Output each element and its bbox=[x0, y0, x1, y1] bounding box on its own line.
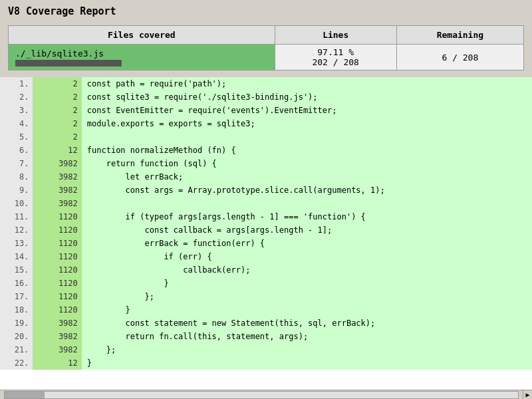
lines-cell: 97.11 %202 / 208 bbox=[275, 45, 396, 70]
code-content: } bbox=[82, 303, 532, 317]
line-number: 12. bbox=[0, 223, 33, 237]
code-line-row: 9.3982 const args = Array.prototype.slic… bbox=[0, 184, 532, 197]
code-content: } bbox=[82, 356, 532, 370]
code-line-row: 8.3982 let errBack; bbox=[0, 170, 532, 184]
hit-count: 3982 bbox=[33, 197, 82, 210]
code-line-row: 5.2 bbox=[0, 130, 532, 144]
hit-count: 1120 bbox=[33, 290, 82, 303]
hit-count: 1120 bbox=[33, 250, 82, 263]
hit-count: 1120 bbox=[33, 277, 82, 290]
hit-count: 1120 bbox=[33, 223, 82, 237]
line-number: 2. bbox=[0, 90, 33, 104]
code-content bbox=[82, 197, 532, 210]
line-number: 17. bbox=[0, 290, 33, 303]
code-line-row: 14.1120 if (err) { bbox=[0, 250, 532, 263]
line-number: 19. bbox=[0, 317, 33, 330]
hit-count: 1120 bbox=[33, 210, 82, 223]
line-number: 7. bbox=[0, 157, 33, 170]
lines-pct: 97.11 % bbox=[317, 47, 354, 57]
lines-fraction: 202 / 208 bbox=[312, 57, 358, 67]
code-line-row: 1.2const path = require('path'); bbox=[0, 77, 532, 90]
code-content: let errBack; bbox=[82, 170, 532, 184]
horizontal-scrollbar[interactable]: ▶ bbox=[0, 390, 532, 399]
line-number: 20. bbox=[0, 330, 33, 343]
line-number: 3. bbox=[0, 104, 33, 117]
hit-count: 3982 bbox=[33, 170, 82, 184]
hit-count: 3982 bbox=[33, 343, 82, 356]
code-line-row: 11.1120 if (typeof args[args.length - 1]… bbox=[0, 210, 532, 223]
col-header-lines: Lines bbox=[275, 26, 396, 45]
remaining-cell: 6 / 208 bbox=[396, 45, 523, 70]
code-line-row: 15.1120 callback(err); bbox=[0, 263, 532, 277]
code-content: if (typeof args[args.length - 1] === 'fu… bbox=[82, 210, 532, 223]
code-content: const EventEmitter = require('events').E… bbox=[82, 104, 532, 117]
remaining-value: 6 / 208 bbox=[442, 53, 478, 63]
code-line-row: 16.1120 } bbox=[0, 277, 532, 290]
code-line-row: 13.1120 errBack = function(err) { bbox=[0, 237, 532, 250]
line-number: 15. bbox=[0, 263, 33, 277]
code-line-row: 6.12function normalizeMethod (fn) { bbox=[0, 144, 532, 157]
line-number: 6. bbox=[0, 144, 33, 157]
line-number: 22. bbox=[0, 356, 33, 370]
code-table: 1.2const path = require('path');2.2const… bbox=[0, 77, 532, 370]
code-line-row: 4.2module.exports = exports = sqlite3; bbox=[0, 117, 532, 130]
code-content: }; bbox=[82, 343, 532, 356]
code-content: const args = Array.prototype.slice.call(… bbox=[82, 184, 532, 197]
line-number: 10. bbox=[0, 197, 33, 210]
code-line-row: 12.1120 const callback = args[args.lengt… bbox=[0, 223, 532, 237]
code-line-row: 21.3982 }; bbox=[0, 343, 532, 356]
code-content: return fn.call(this, statement, args); bbox=[82, 330, 532, 343]
file-cell[interactable]: ./_lib/sqlite3.js bbox=[9, 45, 275, 70]
hit-count: 1120 bbox=[33, 263, 82, 277]
line-number: 4. bbox=[0, 117, 33, 130]
hit-count: 2 bbox=[33, 104, 82, 117]
line-number: 13. bbox=[0, 237, 33, 250]
line-number: 8. bbox=[0, 170, 33, 184]
code-scroll[interactable]: 1.2const path = require('path');2.2const… bbox=[0, 77, 532, 390]
code-line-row: 7.3982 return function (sql) { bbox=[0, 157, 532, 170]
col-header-remaining: Remaining bbox=[396, 26, 523, 45]
file-name: ./_lib/sqlite3.js bbox=[15, 49, 268, 59]
line-number: 1. bbox=[0, 77, 33, 90]
coverage-table: Files covered Lines Remaining ./_lib/sql… bbox=[8, 25, 524, 70]
code-content: if (err) { bbox=[82, 250, 532, 263]
code-line-row: 3.2const EventEmitter = require('events'… bbox=[0, 104, 532, 117]
col-header-files: Files covered bbox=[9, 26, 275, 45]
code-content: } bbox=[82, 277, 532, 290]
code-content bbox=[82, 130, 532, 144]
line-number: 16. bbox=[0, 277, 33, 290]
code-content: const callback = args[args.length - 1]; bbox=[82, 223, 532, 237]
code-content: const statement = new Statement(this, sq… bbox=[82, 317, 532, 330]
code-line-row: 10.3982 bbox=[0, 197, 532, 210]
code-line-row: 18.1120 } bbox=[0, 303, 532, 317]
hit-count: 3982 bbox=[33, 184, 82, 197]
hit-count: 12 bbox=[33, 356, 82, 370]
code-content: const sqlite3 = require('./sqlite3-bindi… bbox=[82, 90, 532, 104]
hit-count: 2 bbox=[33, 90, 82, 104]
code-content: callback(err); bbox=[82, 263, 532, 277]
line-number: 9. bbox=[0, 184, 33, 197]
page-title: V8 Coverage Report bbox=[0, 0, 532, 23]
code-content: errBack = function(err) { bbox=[82, 237, 532, 250]
code-content: }; bbox=[82, 290, 532, 303]
hit-count: 3982 bbox=[33, 157, 82, 170]
hit-count: 3982 bbox=[33, 317, 82, 330]
hit-count: 2 bbox=[33, 117, 82, 130]
hit-count: 2 bbox=[33, 77, 82, 90]
code-area: 1.2const path = require('path');2.2const… bbox=[0, 77, 532, 399]
code-line-row: 22.12} bbox=[0, 356, 532, 370]
coverage-row[interactable]: ./_lib/sqlite3.js 97.11 %202 / 2086 / 20… bbox=[9, 45, 524, 70]
line-number: 5. bbox=[0, 130, 33, 144]
hit-count: 3982 bbox=[33, 330, 82, 343]
scroll-right-arrow[interactable]: ▶ bbox=[523, 390, 532, 400]
hit-count: 1120 bbox=[33, 237, 82, 250]
line-number: 18. bbox=[0, 303, 33, 317]
code-line-row: 2.2const sqlite3 = require('./sqlite3-bi… bbox=[0, 90, 532, 104]
line-number: 21. bbox=[0, 343, 33, 356]
hit-count: 12 bbox=[33, 144, 82, 157]
code-content: return function (sql) { bbox=[82, 157, 532, 170]
code-line-row: 19.3982 const statement = new Statement(… bbox=[0, 317, 532, 330]
code-line-row: 17.1120 }; bbox=[0, 290, 532, 303]
hit-count: 1120 bbox=[33, 303, 82, 317]
progress-bar bbox=[15, 60, 122, 66]
